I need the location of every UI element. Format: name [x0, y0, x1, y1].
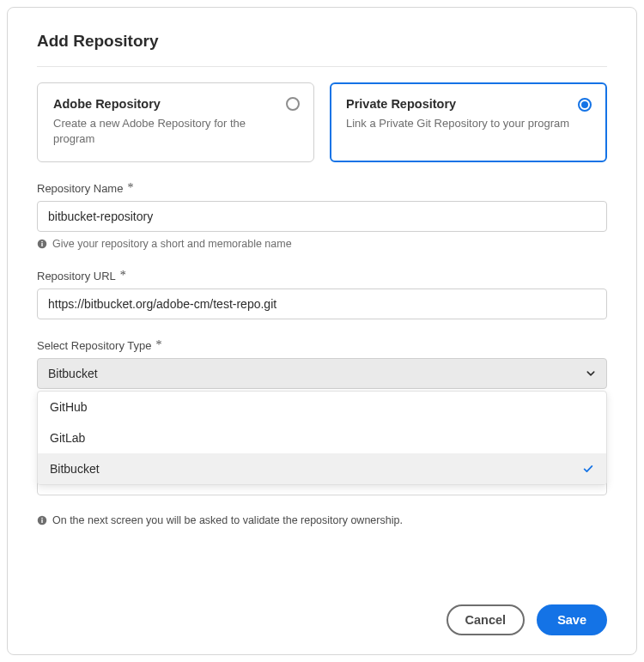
info-icon — [37, 515, 47, 525]
dialog-actions: Cancel Save — [37, 604, 607, 635]
repository-type-select-button[interactable]: Bitbucket — [37, 358, 607, 389]
divider — [37, 66, 607, 67]
label-text: Select Repository Type — [37, 339, 151, 352]
repository-url-input[interactable] — [37, 288, 607, 319]
field-label: Repository URL * — [37, 269, 607, 282]
option-label: Bitbucket — [50, 462, 100, 476]
field-label: Select Repository Type * — [37, 338, 607, 352]
svg-point-5 — [41, 518, 43, 519]
footer-note: On the next screen you will be asked to … — [37, 514, 607, 526]
help-text-content: Give your repository a short and memorab… — [52, 238, 292, 250]
selected-value: Bitbucket — [48, 367, 98, 380]
card-description: Link a Private Git Repository to your pr… — [346, 116, 591, 131]
radio-unchecked-icon — [286, 97, 300, 111]
repository-type-dropdown: GitHub GitLab Bitbucket — [37, 391, 607, 485]
field-label: Repository Name * — [37, 181, 607, 195]
cancel-button[interactable]: Cancel — [447, 604, 526, 635]
save-button[interactable]: Save — [537, 604, 607, 635]
dropdown-option-github[interactable]: GitHub — [38, 392, 606, 422]
required-asterisk-icon: * — [155, 338, 161, 352]
footer-note-text: On the next screen you will be asked to … — [52, 514, 403, 526]
card-title: Adobe Repository — [53, 97, 298, 111]
svg-rect-4 — [41, 519, 42, 523]
repository-name-input[interactable] — [37, 201, 607, 232]
card-title: Private Repository — [346, 97, 591, 111]
adobe-repository-card[interactable]: Adobe Repository Create a new Adobe Repo… — [37, 82, 314, 162]
required-asterisk-icon: * — [120, 269, 126, 282]
repository-type-select: Bitbucket GitHub GitLab Bitbucket — [37, 358, 607, 389]
add-repository-dialog: Add Repository Adobe Repository Create a… — [7, 7, 637, 655]
chevron-down-icon — [586, 368, 596, 379]
dropdown-option-bitbucket[interactable]: Bitbucket — [38, 453, 606, 484]
help-text: Give your repository a short and memorab… — [37, 238, 607, 250]
label-text: Repository URL — [37, 270, 116, 282]
dropdown-option-gitlab[interactable]: GitLab — [38, 422, 606, 453]
private-repository-card[interactable]: Private Repository Link a Private Git Re… — [330, 82, 607, 162]
dialog-title: Add Repository — [37, 32, 607, 51]
required-asterisk-icon: * — [127, 181, 133, 195]
checkmark-icon — [582, 463, 594, 475]
label-text: Repository Name — [37, 182, 123, 195]
option-label: GitHub — [50, 400, 88, 414]
radio-checked-icon — [578, 98, 592, 112]
repository-type-field: Select Repository Type * Bitbucket GitHu… — [37, 338, 607, 403]
option-label: GitLab — [50, 431, 85, 445]
svg-rect-1 — [41, 243, 42, 246]
repository-kind-selector: Adobe Repository Create a new Adobe Repo… — [37, 82, 607, 162]
card-description: Create a new Adobe Repository for the pr… — [53, 116, 298, 146]
svg-point-2 — [41, 241, 43, 243]
repository-name-field: Repository Name * Give your repository a… — [37, 181, 607, 269]
repository-url-field: Repository URL * — [37, 269, 607, 338]
info-icon — [37, 239, 47, 249]
